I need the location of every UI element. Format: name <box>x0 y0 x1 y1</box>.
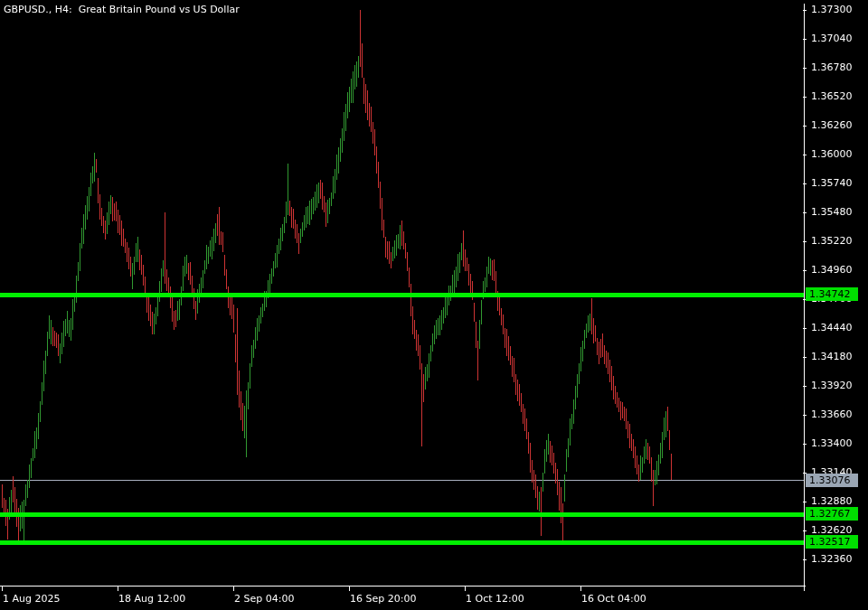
time-axis-tick <box>349 587 350 591</box>
price-axis-tick <box>803 183 807 184</box>
time-axis-label: 1 Aug 2025 <box>3 593 60 605</box>
chart-area[interactable]: GBPUSD., H4: Great Britain Pound vs US D… <box>0 0 805 586</box>
price-axis-label: 1.36000 <box>811 148 853 160</box>
time-axis-tick <box>465 587 466 591</box>
price-axis-label: 1.36780 <box>811 61 853 73</box>
time-axis-label: 18 Aug 12:00 <box>118 593 185 605</box>
time-axis-label: 16 Sep 20:00 <box>350 593 416 605</box>
price-axis-label: 1.35220 <box>811 235 853 247</box>
time-axis-label: 16 Oct 04:00 <box>581 593 646 605</box>
price-axis-label: 1.37300 <box>811 4 853 15</box>
price-axis-tick <box>803 126 807 127</box>
level-price-badge: 1.34742 <box>806 287 858 301</box>
price-axis-label: 1.37040 <box>811 33 853 44</box>
price-axis-tick <box>803 328 807 329</box>
time-axis-label: 2 Sep 04:00 <box>234 593 294 605</box>
price-axis-label: 1.33400 <box>811 437 853 449</box>
chart-window: GBPUSD., H4: Great Britain Pound vs US D… <box>0 0 868 610</box>
price-axis-tick <box>803 212 807 213</box>
time-axis-tick <box>804 587 805 591</box>
price-axis-tick <box>803 270 807 271</box>
price-axis-tick <box>803 530 807 531</box>
price-axis-label: 1.34960 <box>811 264 853 276</box>
time-axis-tick <box>233 587 234 591</box>
price-axis-tick <box>803 241 807 242</box>
price-axis-label: 1.33920 <box>811 380 853 391</box>
price-axis-label: 1.36520 <box>811 90 853 102</box>
current-price-badge: 1.33076 <box>806 474 858 487</box>
price-axis-tick <box>803 155 807 155</box>
time-axis-tick <box>580 587 581 591</box>
price-axis-label: 1.34440 <box>811 322 853 333</box>
chart-title: GBPUSD., H4: Great Britain Pound vs US D… <box>4 4 240 15</box>
price-axis[interactable]: 1.373001.370401.367801.365201.362601.360… <box>805 0 868 586</box>
time-axis-tick <box>118 587 118 591</box>
time-axis[interactable]: 1 Aug 202518 Aug 12:002 Sep 04:0016 Sep … <box>0 586 868 610</box>
price-axis-tick <box>803 444 807 445</box>
price-axis-label: 1.32360 <box>811 553 853 565</box>
time-axis-tick <box>2 587 3 591</box>
price-axis-tick <box>803 97 807 98</box>
price-axis-tick <box>803 386 807 387</box>
price-axis-label: 1.34180 <box>811 351 853 362</box>
time-axis-label: 1 Oct 12:00 <box>466 593 524 605</box>
price-chart-canvas[interactable] <box>0 0 805 586</box>
price-axis-tick <box>803 39 807 40</box>
price-axis-label: 1.36260 <box>811 119 853 131</box>
price-axis-tick <box>803 415 807 416</box>
level-price-badge: 1.32517 <box>806 535 858 549</box>
price-axis-tick <box>803 357 807 358</box>
level-price-badge: 1.32767 <box>806 507 858 521</box>
price-axis-tick <box>803 10 807 11</box>
price-axis-label: 1.35740 <box>811 177 853 189</box>
price-axis-tick <box>803 559 807 560</box>
price-axis-label: 1.35480 <box>811 206 853 218</box>
price-axis-label: 1.33660 <box>811 408 853 420</box>
price-axis-label: 1.32880 <box>811 495 853 507</box>
price-axis-tick <box>803 68 807 69</box>
price-axis-tick <box>803 502 807 502</box>
